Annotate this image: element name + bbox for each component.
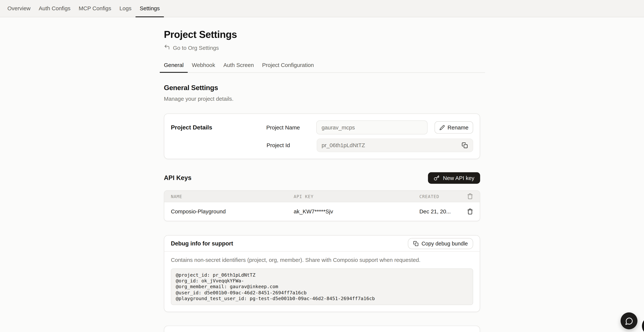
copy-icon xyxy=(462,142,468,148)
api-keys-table: NAME API KEY CREATED Composio-Playground… xyxy=(164,190,480,221)
new-api-key-button[interactable]: New API key xyxy=(428,172,480,184)
code-line: @org_id: ok_jVveqqkYFWa- xyxy=(176,278,468,284)
chat-widget-button[interactable] xyxy=(620,312,637,329)
rename-button-label: Rename xyxy=(448,124,468,131)
code-line: @playground_test_user_id: pg-test-d5e001… xyxy=(176,295,468,301)
project-id-field: pr_06th1pLdNtTZ xyxy=(316,139,473,152)
nav-item-logs[interactable]: Logs xyxy=(115,0,136,17)
debug-card-title: Debug info for support xyxy=(171,240,233,247)
main-area: Project Settings Go to Org Settings Gene… xyxy=(0,17,644,332)
nav-item-mcp-configs[interactable]: MCP Configs xyxy=(74,0,115,17)
project-name-label: Project Name xyxy=(266,124,316,131)
debug-info-card: Debug info for support Copy debug bundle… xyxy=(164,235,480,312)
nav-item-settings[interactable]: Settings xyxy=(136,0,164,17)
api-key-name: Composio-Playground xyxy=(171,208,294,214)
nav-item-overview[interactable]: Overview xyxy=(3,0,35,17)
trash-icon xyxy=(467,208,473,214)
debug-bundle-code: @project_id: pr_06th1pLdNtTZ @org_id: ok… xyxy=(171,268,473,305)
corner-up-left-icon xyxy=(164,44,170,52)
tab-general[interactable]: General xyxy=(160,62,188,72)
go-to-org-settings-link[interactable]: Go to Org Settings xyxy=(164,44,219,52)
trash-icon xyxy=(467,193,473,199)
tab-auth-screen[interactable]: Auth Screen xyxy=(219,62,258,72)
delete-api-key-button[interactable] xyxy=(467,208,473,214)
top-nav: Overview Auth Configs MCP Configs Logs S… xyxy=(0,0,644,17)
settings-tabs: General Webhook Auth Screen Project Conf… xyxy=(160,62,485,73)
project-details-title: Project Details xyxy=(171,124,266,131)
page-title: Project Settings xyxy=(164,29,480,40)
code-line: @user_id: d5e001b0-09ac-46d2-8451-2694ff… xyxy=(176,290,468,295)
api-key-value: ak_KW7*****Sjv xyxy=(294,208,419,214)
api-key-created: Dec 21, 20... xyxy=(419,208,463,214)
general-settings-heading: General Settings xyxy=(164,84,480,92)
tab-webhook[interactable]: Webhook xyxy=(188,62,219,72)
table-header-row: NAME API KEY CREATED xyxy=(164,191,480,202)
debug-description: Contains non-secret identifiers (project… xyxy=(171,257,473,263)
api-keys-header: API Keys New API key xyxy=(164,172,480,184)
table-row: Composio-Playground ak_KW7*****Sjv Dec 2… xyxy=(164,202,480,221)
code-line: @org_member_email: gaurav@inkeep.com xyxy=(176,284,468,290)
pencil-icon xyxy=(440,125,445,130)
col-header-name: NAME xyxy=(171,194,294,199)
project-details-card: Project Details Project Name gaurav_mcps… xyxy=(164,113,480,159)
api-keys-title: API Keys xyxy=(164,174,191,182)
chat-bubble-icon xyxy=(625,317,633,325)
tab-project-configuration[interactable]: Project Configuration xyxy=(258,62,318,72)
key-icon xyxy=(434,175,440,181)
project-id-label: Project Id xyxy=(266,142,316,148)
code-line: @project_id: pr_06th1pLdNtTZ xyxy=(176,272,468,278)
rename-button[interactable]: Rename xyxy=(435,121,473,134)
new-api-key-label: New API key xyxy=(443,175,474,181)
copy-debug-bundle-button[interactable]: Copy debug bundle xyxy=(408,238,473,249)
next-section-card-partial xyxy=(164,326,480,332)
copy-icon xyxy=(413,241,419,246)
col-header-api-key: API KEY xyxy=(294,194,419,199)
back-link-label: Go to Org Settings xyxy=(173,45,219,51)
project-name-input[interactable]: gaurav_mcps xyxy=(316,121,428,135)
copy-project-id-button[interactable] xyxy=(462,142,468,149)
general-settings-subtitle: Manage your project details. xyxy=(164,96,480,102)
col-header-created: CREATED xyxy=(419,194,463,199)
copy-debug-bundle-label: Copy debug bundle xyxy=(422,240,468,246)
nav-item-auth-configs[interactable]: Auth Configs xyxy=(35,0,74,17)
project-settings-page: Overview Auth Configs MCP Configs Logs S… xyxy=(0,0,644,332)
project-id-value: pr_06th1pLdNtTZ xyxy=(322,142,462,148)
